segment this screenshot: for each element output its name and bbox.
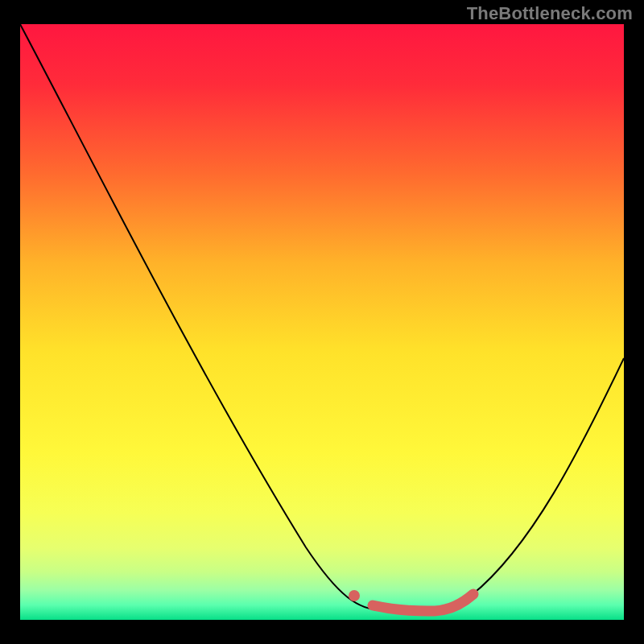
bottleneck-chart xyxy=(0,0,644,644)
attribution-label: TheBottleneck.com xyxy=(467,3,633,24)
plot-background xyxy=(20,24,624,620)
overlay-start-dot xyxy=(349,590,360,601)
chart-frame: TheBottleneck.com xyxy=(0,0,644,644)
